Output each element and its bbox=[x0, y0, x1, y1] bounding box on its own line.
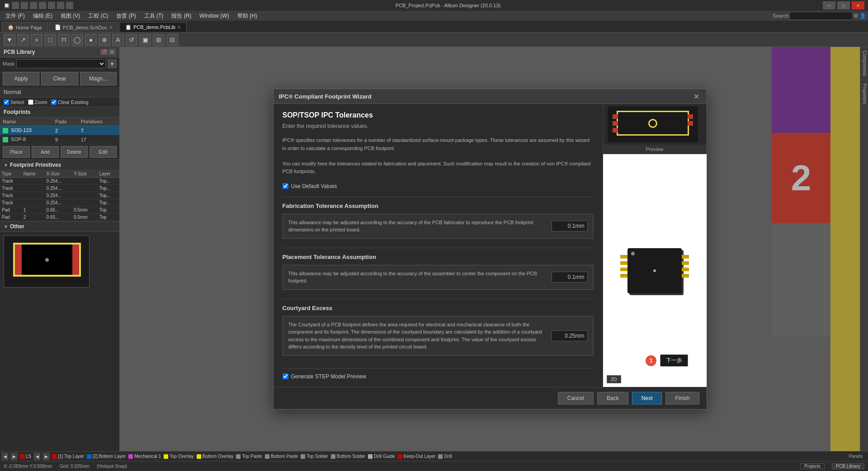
arc-btn[interactable]: ⊓ bbox=[58, 34, 70, 46]
fabrication-value-input[interactable] bbox=[552, 221, 588, 231]
menu-project[interactable]: 工程 (C) bbox=[85, 11, 112, 21]
menu-file[interactable]: 文件 (F) bbox=[2, 11, 28, 21]
layer-top-solder[interactable]: Top Solder bbox=[301, 454, 328, 459]
menu-reports[interactable]: 报告 (R) bbox=[168, 11, 195, 21]
layer-drill-swatch bbox=[438, 454, 443, 459]
text-btn[interactable]: A bbox=[112, 34, 124, 46]
generate-step-checkbox[interactable] bbox=[283, 373, 288, 379]
back-button[interactable]: Back bbox=[597, 392, 628, 405]
tab-home[interactable]: 🏠 Home Page bbox=[2, 22, 48, 32]
placement-value-input[interactable] bbox=[552, 272, 588, 283]
layer-nav-left[interactable]: ◀ bbox=[2, 453, 8, 460]
select-checkbox-item[interactable]: Select bbox=[4, 99, 24, 105]
mask-select[interactable] bbox=[16, 59, 106, 68]
zoom-checkbox-item[interactable]: Zoom bbox=[28, 99, 47, 105]
fp-primitives: 17 bbox=[78, 135, 119, 144]
region-btn[interactable]: ▣ bbox=[139, 34, 151, 46]
layer-ls-prev[interactable]: ◀ bbox=[34, 453, 40, 460]
placement-desc: This allowance may be adjusted according… bbox=[288, 270, 544, 285]
collapse-icon: ▼ bbox=[4, 163, 8, 168]
clear-existing-checkbox-item[interactable]: Clear Existing bbox=[51, 99, 89, 105]
place-button[interactable]: Place bbox=[3, 146, 30, 158]
search-input[interactable] bbox=[789, 12, 853, 20]
menu-view[interactable]: 视图 (V) bbox=[57, 11, 84, 21]
view-2d-button[interactable]: 2D bbox=[607, 375, 621, 383]
properties-tab[interactable]: Properties bbox=[860, 80, 868, 108]
menu-edit[interactable]: 编辑 (E) bbox=[29, 11, 56, 21]
table-row[interactable]: SOP-8 9 17 bbox=[0, 135, 119, 144]
filter-btn[interactable]: ▼ bbox=[4, 34, 15, 46]
col-name: Name bbox=[0, 118, 52, 126]
components-tab[interactable]: Components bbox=[860, 47, 868, 80]
panels-label[interactable]: Panels bbox=[845, 454, 866, 459]
layer-top-overlay[interactable]: Top Overlay bbox=[164, 454, 193, 459]
pcblibrary-tab[interactable]: PCB Library bbox=[832, 463, 864, 469]
layer-mech1[interactable]: Mechanical 1 bbox=[128, 454, 161, 459]
layer-drill[interactable]: Drill bbox=[438, 454, 452, 459]
pcb-preview-top bbox=[603, 104, 707, 145]
clear-button[interactable]: Clear bbox=[41, 72, 78, 85]
layer-bottom[interactable]: [2] Bottom Layer bbox=[87, 454, 126, 459]
layer-ls-next[interactable]: ▶ bbox=[43, 453, 49, 460]
jump-btn[interactable]: ↗ bbox=[17, 34, 29, 46]
minimize-button[interactable]: ─ bbox=[823, 1, 835, 9]
courtyard-value-input[interactable] bbox=[552, 330, 588, 341]
close-button[interactable]: ✕ bbox=[852, 1, 864, 9]
layer-drill-guide[interactable]: Drill Guide bbox=[368, 454, 395, 459]
table-row[interactable]: SOD-123 2 7 bbox=[0, 126, 119, 135]
add-footprint-button[interactable]: Add bbox=[32, 146, 59, 158]
tab-pcblib-close[interactable]: ✕ bbox=[177, 25, 181, 30]
dialog-description-2: You can modify here the tolerances relat… bbox=[283, 160, 594, 176]
zoom-checkbox[interactable] bbox=[28, 99, 33, 105]
layer-top-solder-label: Top Solder bbox=[307, 454, 328, 459]
clear-existing-checkbox[interactable] bbox=[51, 99, 57, 105]
dialog-close-button[interactable]: ✕ bbox=[692, 92, 701, 101]
pcblib-icon: 📋 bbox=[125, 24, 132, 30]
next-button[interactable]: Next bbox=[632, 392, 662, 405]
cancel-button[interactable]: Cancel bbox=[558, 392, 594, 405]
user-icon[interactable]: 👤 bbox=[859, 13, 866, 19]
magnify-button[interactable]: Magn... bbox=[80, 72, 117, 85]
layer-bottom-paste[interactable]: Bottom Paste bbox=[265, 454, 298, 459]
dialog-body: SOP/TSOP IPC Tolerances Enter the requir… bbox=[274, 104, 707, 386]
menu-help[interactable]: 帮助 (H) bbox=[234, 11, 261, 21]
projects-tab[interactable]: Projects bbox=[800, 463, 825, 469]
panel-close-btn[interactable]: ✕ bbox=[108, 49, 116, 55]
layer-bottom-overlay[interactable]: Bottom Overlay bbox=[197, 454, 234, 459]
menu-window[interactable]: Window (W) bbox=[196, 12, 232, 20]
panel-pin-btn[interactable]: 📌 bbox=[100, 49, 108, 55]
settings-icon[interactable]: ⚙ bbox=[854, 13, 859, 19]
dim-btn[interactable]: ⊞ bbox=[153, 34, 165, 46]
pin bbox=[682, 268, 689, 271]
circle-btn[interactable]: ◯ bbox=[71, 34, 83, 46]
add-btn[interactable]: + bbox=[31, 34, 42, 46]
rect-btn[interactable]: □ bbox=[44, 34, 56, 46]
layer-top-paste[interactable]: Top Paste bbox=[236, 454, 262, 459]
layer-top[interactable]: [1] Top Layer bbox=[52, 454, 84, 459]
tab-schdoc[interactable]: 📄 PCB_demo.SchDoc ✕ bbox=[49, 22, 118, 32]
layer-keepout[interactable]: Keep-Out Layer bbox=[398, 454, 436, 459]
dialog-description-1: IPC® specifies certain tolerances for a … bbox=[283, 137, 594, 152]
maximize-button[interactable]: □ bbox=[837, 1, 850, 9]
layer-bottom-solder-label: Bottom Solder bbox=[337, 454, 365, 459]
finish-button[interactable]: Finish bbox=[665, 392, 699, 405]
menu-place[interactable]: 放置 (P) bbox=[113, 11, 139, 21]
dot-btn[interactable]: ● bbox=[85, 34, 97, 46]
apply-button[interactable]: Apply bbox=[3, 72, 39, 85]
rotate-btn[interactable]: ↺ bbox=[126, 34, 137, 46]
menu-tools[interactable]: 工具 (T) bbox=[141, 11, 167, 21]
use-defaults-checkbox[interactable] bbox=[283, 183, 288, 189]
layer-nav-right[interactable]: ▶ bbox=[11, 453, 17, 460]
mask-arrow[interactable]: ▼ bbox=[108, 59, 117, 68]
tab-schdoc-close[interactable]: ✕ bbox=[109, 25, 113, 30]
layer-drill-guide-label: Drill Guide bbox=[374, 454, 395, 459]
layer-ls[interactable]: LS bbox=[20, 454, 31, 459]
delete-button[interactable]: Delete bbox=[61, 146, 88, 158]
layer-bottom-solder[interactable]: Bottom Solder bbox=[331, 454, 365, 459]
grid-btn[interactable]: ⊟ bbox=[166, 34, 178, 46]
pin bbox=[682, 261, 689, 265]
tab-pcblib[interactable]: 📋 PCB_demo.PcbLib ✕ bbox=[119, 22, 187, 32]
target-btn[interactable]: ⊕ bbox=[99, 34, 110, 46]
select-checkbox[interactable] bbox=[4, 99, 9, 105]
edit-button[interactable]: Edit bbox=[90, 146, 117, 158]
